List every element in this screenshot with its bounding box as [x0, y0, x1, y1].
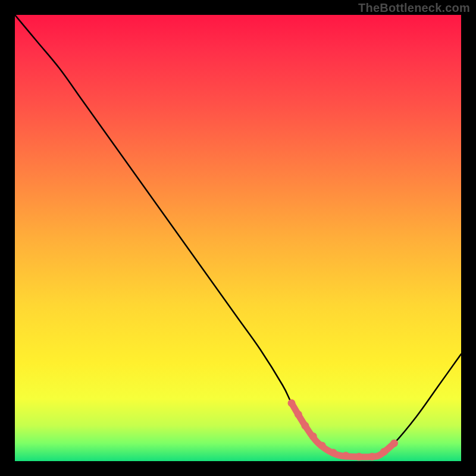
svg-point-3 — [309, 433, 317, 440]
svg-point-1 — [295, 411, 302, 418]
svg-point-0 — [288, 399, 296, 407]
svg-point-10 — [390, 440, 398, 447]
plot-area — [15, 15, 461, 461]
svg-point-6 — [342, 452, 350, 459]
svg-point-2 — [301, 422, 309, 430]
gradient-background — [15, 15, 461, 461]
svg-point-9 — [380, 448, 388, 456]
watermark-text: TheBottleneck.com — [358, 1, 470, 15]
svg-point-7 — [355, 453, 363, 461]
svg-point-8 — [368, 453, 376, 461]
chart-frame: TheBottleneck.com — [0, 0, 476, 476]
svg-point-5 — [330, 449, 337, 456]
svg-point-4 — [318, 441, 326, 449]
bottleneck-chart — [15, 15, 461, 461]
